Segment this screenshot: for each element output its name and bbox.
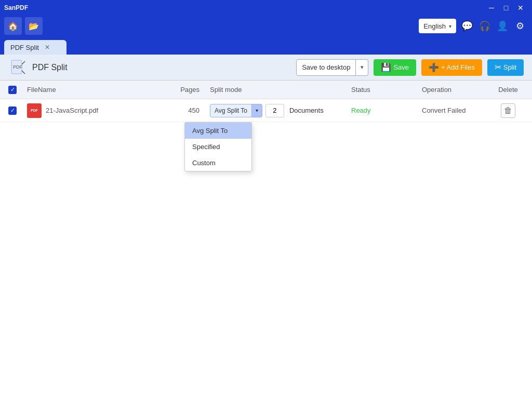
split-count-input[interactable]: [265, 104, 284, 117]
row-checkbox[interactable]: ✓: [8, 107, 17, 115]
split-unit: Documents: [289, 107, 324, 114]
app-name: SanPDF: [4, 4, 28, 11]
status-cell: Ready: [351, 107, 422, 114]
user-icon: 👤: [497, 20, 508, 32]
chat-button[interactable]: 💬: [459, 18, 475, 34]
save-to-desktop-button[interactable]: Save to desktop: [296, 59, 356, 76]
home-icon: 🏠: [8, 21, 18, 31]
operation-cell: Convert Failed: [422, 107, 493, 114]
save-icon: 💾: [381, 62, 391, 72]
split-button[interactable]: ✂ Split: [487, 59, 524, 76]
split-mode-cell: Avg Split To ▾ Documents: [210, 104, 351, 117]
pdf-file-icon: PDF: [27, 103, 42, 118]
row-check-icon: ✓: [10, 107, 15, 114]
table-row: ✓ PDF 21-JavaScript.pdf 450 Avg Split To…: [0, 99, 532, 122]
minimize-button[interactable]: ─: [484, 3, 499, 13]
operation-header: Operation: [422, 86, 493, 94]
split-mode-arrow-button[interactable]: ▾: [252, 104, 262, 117]
delete-button[interactable]: 🗑: [501, 103, 515, 118]
home-button[interactable]: 🏠: [4, 17, 22, 35]
save-button[interactable]: 💾 Save: [374, 59, 416, 76]
filename-header: FileName: [27, 86, 168, 94]
pages-cell: 450: [168, 107, 210, 114]
gear-icon: ⚙: [516, 20, 524, 32]
save-desktop-group: Save to desktop ▾: [296, 59, 368, 76]
save-desktop-dropdown-button[interactable]: ▾: [356, 59, 368, 76]
dropdown-item-specified[interactable]: Specified: [185, 139, 251, 155]
chat-icon: 💬: [461, 20, 473, 32]
save-label: Save: [393, 63, 409, 71]
user-button[interactable]: 👤: [495, 18, 510, 34]
svg-line-2: [22, 61, 25, 64]
svg-text:PDF: PDF: [13, 64, 23, 70]
check-icon: ✓: [10, 86, 15, 93]
chevron-down-icon: ▾: [449, 23, 451, 29]
language-selector[interactable]: English ▾: [419, 19, 456, 33]
file-name: 21-JavaScript.pdf: [46, 107, 98, 114]
pages-header: Pages: [168, 86, 210, 94]
add-files-button[interactable]: ➕ + Add Files: [421, 59, 482, 76]
dropdown-arrow-icon: ▾: [361, 64, 364, 71]
split-mode-dropdown-button[interactable]: Avg Split To: [210, 104, 252, 117]
split-mode-label: Avg Split To: [215, 107, 247, 114]
delete-header: Delete: [493, 86, 524, 94]
settings-button[interactable]: ⚙: [512, 18, 528, 34]
delete-cell: 🗑: [493, 103, 524, 118]
dropdown-item-custom[interactable]: Custom: [185, 155, 251, 171]
add-icon: ➕: [429, 62, 439, 72]
split-label: Split: [503, 63, 516, 71]
save-desktop-label: Save to desktop: [302, 63, 350, 71]
pdf-split-tab[interactable]: PDF Split ✕: [4, 40, 66, 55]
top-right-icons: 💬 🎧 👤 ⚙: [459, 18, 528, 34]
main-content: [0, 122, 532, 399]
close-button[interactable]: ✕: [513, 3, 528, 13]
header-checkbox[interactable]: ✓: [8, 86, 17, 94]
split-mode-chevron-icon: ▾: [256, 108, 258, 113]
folder-icon: 📂: [29, 21, 39, 31]
page-title: PDF Split: [32, 63, 159, 72]
tab-close-button[interactable]: ✕: [43, 43, 51, 51]
headset-icon: 🎧: [479, 20, 490, 32]
pdf-split-icon: PDF: [8, 58, 27, 77]
trash-icon: 🗑: [504, 106, 512, 115]
dropdown-item-avg-split[interactable]: Avg Split To: [185, 123, 251, 139]
table-header: ✓ FileName Pages Split mode Status Opera…: [0, 81, 532, 99]
svg-line-3: [22, 71, 25, 74]
maximize-button[interactable]: □: [499, 3, 513, 13]
filename-cell: PDF 21-JavaScript.pdf: [27, 103, 168, 118]
action-bar: PDF PDF Split Save to desktop ▾ 💾 Save ➕…: [0, 55, 532, 81]
status-header: Status: [351, 86, 422, 94]
status-value: Ready: [351, 107, 371, 114]
title-bar: SanPDF ─ □ ✕: [0, 0, 532, 16]
tab-bar: PDF Split ✕: [0, 36, 532, 55]
folder-button[interactable]: 📂: [25, 17, 43, 35]
headset-button[interactable]: 🎧: [477, 18, 493, 34]
add-files-label: + Add Files: [441, 63, 475, 71]
language-label: English: [423, 22, 446, 30]
tab-label: PDF Split: [10, 44, 39, 51]
splitmode-header: Split mode: [210, 86, 351, 94]
operation-value: Convert Failed: [422, 107, 466, 114]
split-icon: ✂: [495, 62, 501, 72]
split-mode-dropdown: Avg Split To Specified Custom: [184, 122, 252, 171]
